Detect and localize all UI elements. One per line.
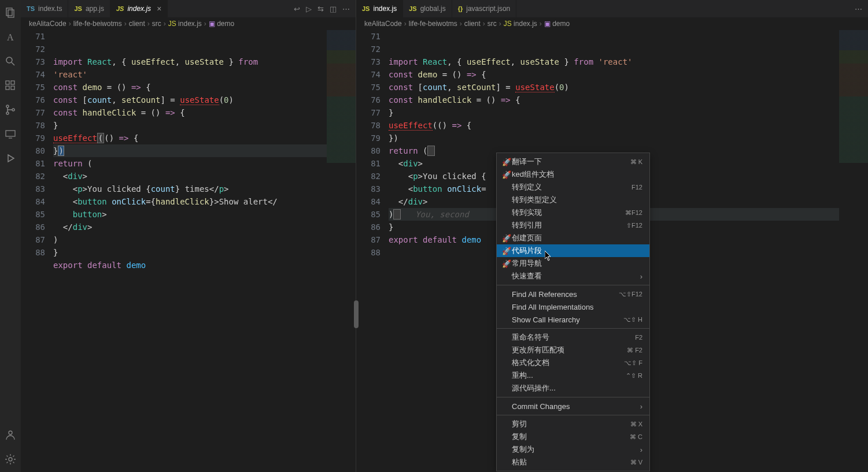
extensions-icon[interactable] [3, 79, 17, 92]
compare-icon[interactable]: ⇆ [317, 5, 324, 13]
menu-label: 快速查看 [512, 271, 640, 281]
split-icon[interactable]: ◫ [330, 5, 337, 13]
breadcrumb-item[interactable]: keAlitaCode [29, 20, 67, 28]
menu-item-ked[interactable]: 🚀ked组件文档 [497, 168, 649, 181]
svg-marker-14 [8, 155, 14, 162]
menu-item-[interactable]: 粘贴⌘ V [497, 456, 649, 469]
breadcrumb-item[interactable]: life-fe-beiwotms [409, 20, 457, 28]
menu-item-[interactable]: 🚀翻译一下⌘ K [497, 155, 649, 168]
font-icon[interactable]: A [3, 30, 17, 44]
search-icon[interactable] [3, 54, 17, 68]
account-icon[interactable] [3, 428, 17, 442]
menu-item-[interactable]: 重构...⌃⇧ R [497, 369, 649, 382]
menu-item-[interactable]: 🚀创建页面 [497, 232, 649, 244]
menu-shortcut: F12 [631, 184, 642, 191]
menu-item-CommitChanges[interactable]: Commit Changes› [497, 400, 649, 412]
left-tab-bar: TSindex.tsJSapp.jsJSindex.js×↩▷⇆◫⋯ [21, 0, 356, 17]
files-icon[interactable] [3, 6, 17, 20]
file-icon: JS [74, 5, 82, 12]
menu-label: 粘贴 [512, 457, 630, 467]
menu-item-ShowCallHierarchy[interactable]: Show Call Hierarchy⌥⇧ H [497, 313, 649, 326]
menu-item-[interactable]: 转到定义F12 [497, 181, 649, 194]
remote-icon[interactable] [3, 127, 17, 141]
menu-label: 转到实现 [512, 207, 625, 218]
editor-panes: TSindex.tsJSapp.jsJSindex.js×↩▷⇆◫⋯ keAli… [21, 0, 868, 472]
go-back-icon[interactable]: ↩ [294, 5, 300, 13]
menu-item-[interactable]: 剪切⌘ X [497, 418, 649, 430]
tab-index-ts[interactable]: TSindex.ts [21, 0, 68, 17]
close-icon[interactable]: × [157, 4, 161, 13]
right-breadcrumb[interactable]: keAlitaCode›life-fe-beiwotms›client›src›… [356, 17, 868, 30]
tab-javascript-json[interactable]: {}javascript.json [452, 0, 517, 17]
menu-item-[interactable]: 复制为› [497, 443, 649, 456]
tab-global-js[interactable]: JSglobal.js [403, 0, 452, 17]
svg-point-10 [6, 112, 9, 114]
menu-icon: 🚀 [501, 247, 512, 255]
right-tab-bar: JSindex.jsJSglobal.js{}javascript.json⋯ [356, 0, 868, 17]
breadcrumb-item[interactable]: src [487, 20, 497, 28]
menu-label: 转到类型定义 [512, 195, 642, 205]
tab-index-js[interactable]: JSindex.js× [110, 0, 168, 17]
gear-icon[interactable] [3, 452, 17, 466]
menu-shortcut: ⌘ C [630, 433, 642, 441]
breadcrumb-item[interactable]: JS index.js [504, 20, 537, 28]
svg-point-15 [9, 431, 12, 434]
menu-label: 源代码操作... [512, 383, 642, 393]
left-editor[interactable]: 717273747576777879808182838485868788 imp… [21, 30, 356, 472]
breadcrumb-item[interactable]: ▣ demo [544, 20, 570, 28]
breadcrumb-item[interactable]: keAlitaCode [364, 20, 402, 28]
debug-icon[interactable] [3, 151, 17, 165]
menu-shortcut: ⌘ X [630, 421, 642, 428]
menu-label: 剪切 [512, 419, 630, 429]
menu-item-FindAllReferences[interactable]: Find All References⌥⇧F12 [497, 288, 649, 300]
menu-item-[interactable]: 转到引用⇧F12 [497, 219, 649, 232]
svg-line-4 [12, 62, 14, 65]
tab-app-js[interactable]: JSapp.js [68, 0, 110, 17]
tab-label: index.js [373, 5, 397, 13]
tab-label: index.ts [38, 5, 62, 13]
file-icon: JS [409, 5, 416, 12]
menu-label: 复制为 [512, 444, 640, 455]
minimap[interactable] [327, 30, 356, 163]
menu-shortcut: ⌘ V [630, 459, 642, 466]
menu-item-[interactable]: 源代码操作... [497, 382, 649, 395]
menu-label: 复制 [512, 432, 630, 442]
menu-label: Show Call Hierarchy [512, 315, 623, 324]
more-icon[interactable]: ⋯ [855, 5, 862, 13]
menu-label: 转到引用 [512, 220, 626, 231]
chevron-right-icon: › [640, 402, 642, 411]
tab-index-js[interactable]: JSindex.js [356, 0, 403, 17]
breadcrumb-item[interactable]: src [152, 20, 161, 28]
menu-icon: 🚀 [501, 158, 512, 166]
left-breadcrumb[interactable]: keAlitaCode›life-fe-beiwotms›client›src›… [21, 17, 356, 30]
activity-bar: A [0, 0, 21, 472]
menu-item-[interactable]: 格式化文档⌥⇧ F [497, 356, 649, 369]
scm-icon[interactable] [3, 103, 17, 117]
more-icon[interactable]: ⋯ [342, 5, 350, 13]
left-pane: TSindex.tsJSapp.jsJSindex.js×↩▷⇆◫⋯ keAli… [21, 0, 356, 472]
menu-icon: 🚀 [501, 170, 512, 179]
breadcrumb-item[interactable]: client [464, 20, 481, 28]
breadcrumb-item[interactable]: life-fe-beiwotms [73, 20, 122, 28]
chevron-right-icon: › [640, 445, 642, 454]
menu-item-[interactable]: 更改所有匹配项⌘ F2 [497, 344, 649, 356]
breadcrumb-item[interactable]: ▣ demo [209, 20, 234, 28]
menu-shortcut: ⌃⇧ R [626, 372, 642, 380]
breadcrumb-item[interactable]: client [129, 20, 145, 28]
file-icon: JS [116, 5, 124, 12]
menu-shortcut: ⇧F12 [626, 222, 642, 229]
menu-item-[interactable]: 转到类型定义 [497, 194, 649, 206]
svg-text:A: A [7, 32, 14, 42]
menu-item-[interactable]: 复制⌘ C [497, 430, 649, 443]
menu-item-[interactable]: 快速查看› [497, 270, 649, 283]
run-icon[interactable]: ▷ [306, 5, 312, 13]
minimap[interactable] [839, 30, 868, 163]
menu-item-[interactable]: 重命名符号F2 [497, 331, 649, 344]
menu-item-[interactable]: 🚀代码片段 [497, 244, 649, 257]
menu-label: Commit Changes [512, 402, 640, 411]
breadcrumb-item[interactable]: JS index.js [168, 20, 202, 28]
menu-item-[interactable]: 转到实现⌘F12 [497, 206, 649, 219]
menu-item-FindAllImplementations[interactable]: Find All Implementations [497, 300, 649, 313]
menu-item-[interactable]: 🚀常用导航 [497, 257, 649, 270]
context-menu: 🚀翻译一下⌘ K🚀ked组件文档转到定义F12转到类型定义转到实现⌘F12转到引… [496, 153, 650, 471]
